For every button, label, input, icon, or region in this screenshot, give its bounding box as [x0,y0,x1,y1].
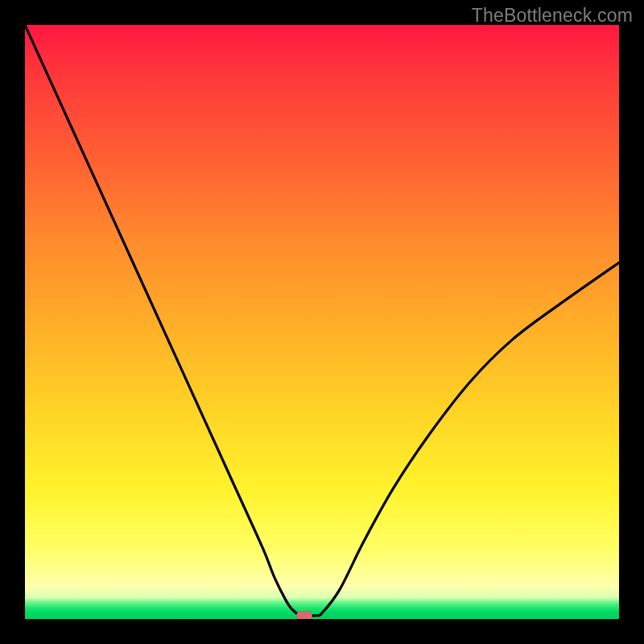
curve-svg [25,25,619,619]
chart-container: TheBottleneck.com [0,0,644,644]
plot-area [25,25,619,619]
optimal-point-marker [296,611,312,619]
watermark-text: TheBottleneck.com [472,5,633,27]
bottleneck-curve [25,25,619,616]
